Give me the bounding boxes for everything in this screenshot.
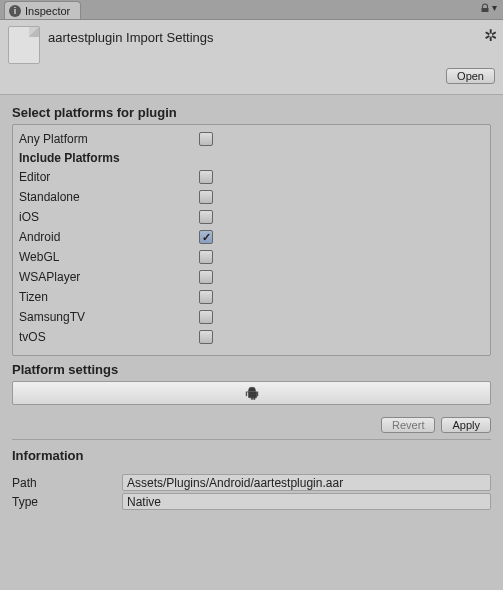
apply-row: Revert Apply xyxy=(0,411,503,437)
platform-row-samsungtv: SamsungTV xyxy=(19,307,484,327)
platform-settings-title: Platform settings xyxy=(12,362,491,377)
platform-row-ios: iOS xyxy=(19,207,484,227)
platform-row-editor: Editor xyxy=(19,167,484,187)
platform-settings-panel: Platform settings xyxy=(0,362,503,411)
information-panel: Information xyxy=(0,442,503,473)
chevron-down-icon: ▾ xyxy=(492,2,497,13)
inspector-tab[interactable]: i Inspector xyxy=(4,1,81,19)
platform-label: Tizen xyxy=(19,290,199,304)
revert-button[interactable]: Revert xyxy=(381,417,435,433)
platform-checkbox-android[interactable] xyxy=(199,230,213,244)
open-button[interactable]: Open xyxy=(446,68,495,84)
platform-label: tvOS xyxy=(19,330,199,344)
info-type-value: Native xyxy=(122,493,491,510)
platform-label: WebGL xyxy=(19,250,199,264)
info-path-label: Path xyxy=(12,476,122,490)
separator xyxy=(12,439,491,440)
platform-row-standalone: Standalone xyxy=(19,187,484,207)
lock-icon xyxy=(480,3,490,13)
platform-label: Android xyxy=(19,230,199,244)
platform-label: Standalone xyxy=(19,190,199,204)
platform-checkbox-editor[interactable] xyxy=(199,170,213,184)
platform-row-tizen: Tizen xyxy=(19,287,484,307)
platform-checkbox-standalone[interactable] xyxy=(199,190,213,204)
info-path-row: Path Assets/Plugins/Android/aartestplugi… xyxy=(0,473,503,492)
platform-row-android: Android xyxy=(19,227,484,247)
page-title: aartestplugin Import Settings xyxy=(48,26,495,45)
info-type-row: Type Native xyxy=(0,492,503,511)
platform-label: Editor xyxy=(19,170,199,184)
tab-bar: i Inspector ▾ xyxy=(0,0,503,20)
platform-checkbox-samsungtv[interactable] xyxy=(199,310,213,324)
platforms-panel: Select platforms for plugin Any Platform… xyxy=(0,95,503,362)
header: aartestplugin Import Settings ✲ Open xyxy=(0,20,503,95)
any-platform-row: Any Platform xyxy=(19,129,484,149)
platform-label: SamsungTV xyxy=(19,310,199,324)
information-title: Information xyxy=(12,448,491,463)
gear-icon[interactable]: ✲ xyxy=(484,26,497,45)
inspector-tab-label: Inspector xyxy=(25,5,70,17)
platform-checkbox-tizen[interactable] xyxy=(199,290,213,304)
platform-settings-tabbar[interactable] xyxy=(12,381,491,405)
any-platform-checkbox[interactable] xyxy=(199,132,213,146)
info-icon: i xyxy=(9,5,21,17)
platform-row-tvos: tvOS xyxy=(19,327,484,347)
platform-row-webgl: WebGL xyxy=(19,247,484,267)
platform-checkbox-wsaplayer[interactable] xyxy=(199,270,213,284)
platforms-title: Select platforms for plugin xyxy=(12,105,491,120)
lock-dropdown[interactable]: ▾ xyxy=(480,2,497,13)
platform-label: iOS xyxy=(19,210,199,224)
any-platform-label: Any Platform xyxy=(19,132,199,146)
platform-checkbox-tvos[interactable] xyxy=(199,330,213,344)
platforms-box: Any Platform Include Platforms EditorSta… xyxy=(12,124,491,356)
platform-row-wsaplayer: WSAPlayer xyxy=(19,267,484,287)
android-icon xyxy=(245,386,259,400)
info-type-label: Type xyxy=(12,495,122,509)
include-platforms-title: Include Platforms xyxy=(19,149,484,167)
info-path-value: Assets/Plugins/Android/aartestplugin.aar xyxy=(122,474,491,491)
file-icon xyxy=(8,26,40,64)
platform-label: WSAPlayer xyxy=(19,270,199,284)
apply-button[interactable]: Apply xyxy=(441,417,491,433)
platform-checkbox-webgl[interactable] xyxy=(199,250,213,264)
platform-checkbox-ios[interactable] xyxy=(199,210,213,224)
